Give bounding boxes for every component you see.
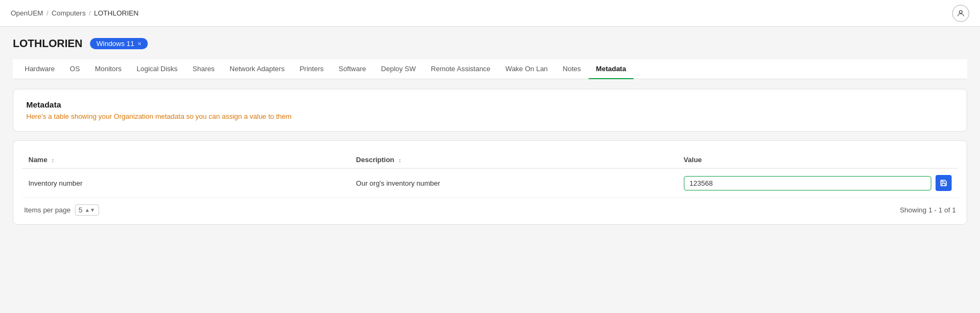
description-sort-icon[interactable]: ↕ [398,157,402,163]
badge-label: Windows 11 [96,40,134,48]
tab-shares[interactable]: Shares [185,59,222,79]
col-header-description[interactable]: Description ↕ [350,151,677,169]
metadata-description-card: Metadata Here's a table showing your Org… [13,89,967,132]
value-input[interactable] [684,176,931,190]
items-per-page-control: Items per page 5 ▲▼ [24,204,99,216]
metadata-table-card: Name ↕ Description ↕ Value Inventory num… [13,140,967,225]
save-button[interactable] [936,175,952,191]
tab-remote-assistance[interactable]: Remote Assistance [424,59,498,79]
tab-os[interactable]: OS [62,59,87,79]
metadata-table: Name ↕ Description ↕ Value Inventory num… [22,151,958,198]
breadcrumb-sep-1: / [47,9,49,17]
per-page-value: 5 [79,206,82,214]
page-title: LOTHLORIEN [13,37,82,50]
breadcrumb-sep-2: / [89,9,91,17]
table-footer: Items per page 5 ▲▼ Showing 1 - 1 of 1 [22,198,958,216]
table-header-row: Name ↕ Description ↕ Value [22,151,958,169]
items-per-page-label: Items per page [24,206,71,214]
tab-software[interactable]: Software [331,59,373,79]
breadcrumb-openUEM[interactable]: OpenUEM [11,9,43,17]
badge-close-button[interactable]: × [138,40,142,48]
tab-wake-on-lan[interactable]: Wake On Lan [498,59,555,79]
main-content: LOTHLORIEN Windows 11 × Hardware OS Moni… [0,27,980,235]
col-header-value: Value [677,151,958,169]
row-value-cell [677,169,958,198]
tab-hardware[interactable]: Hardware [17,59,62,79]
tab-deploy-sw[interactable]: Deploy SW [374,59,424,79]
tab-metadata[interactable]: Metadata [589,59,634,79]
tab-printers[interactable]: Printers [292,59,331,79]
showing-text: Showing 1 - 1 of 1 [900,206,956,214]
metadata-card-subtitle: Here's a table showing your Organization… [26,112,954,120]
breadcrumb: OpenUEM / Computers / LOTHLORIEN [11,9,139,17]
breadcrumb-current: LOTHLORIEN [94,9,139,17]
name-sort-icon[interactable]: ↕ [51,157,55,163]
tabs-nav: Hardware OS Monitors Logical Disks Share… [13,59,967,79]
tab-notes[interactable]: Notes [555,59,589,79]
tab-network-adapters[interactable]: Network Adapters [222,59,292,79]
page-header: LOTHLORIEN Windows 11 × [13,37,967,50]
row-description: Our org's inventory number [350,169,677,198]
top-bar: OpenUEM / Computers / LOTHLORIEN [0,0,980,27]
user-icon[interactable] [952,5,969,22]
per-page-arrows-icon: ▲▼ [85,207,95,213]
per-page-select[interactable]: 5 ▲▼ [75,204,99,216]
col-header-name[interactable]: Name ↕ [22,151,350,169]
svg-point-0 [959,10,962,13]
metadata-card-title: Metadata [26,100,954,109]
table-row: Inventory number Our org's inventory num… [22,169,958,198]
row-name: Inventory number [22,169,350,198]
tab-monitors[interactable]: Monitors [87,59,129,79]
os-badge: Windows 11 × [90,38,148,49]
tab-logical-disks[interactable]: Logical Disks [129,59,185,79]
breadcrumb-computers[interactable]: Computers [51,9,86,17]
